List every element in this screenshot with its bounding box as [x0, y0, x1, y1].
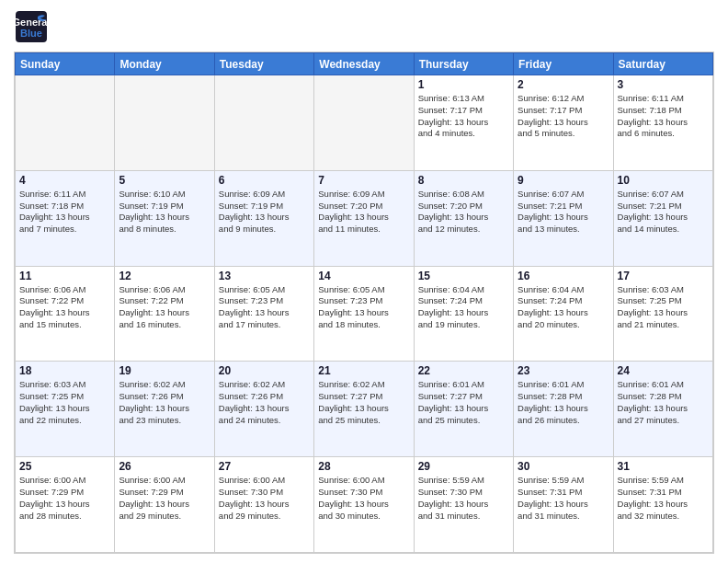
calendar-cell: 14Sunrise: 6:05 AM Sunset: 7:23 PM Dayli… [314, 266, 414, 362]
day-number: 29 [418, 460, 509, 473]
day-info: Sunrise: 6:04 AM Sunset: 7:24 PM Dayligh… [418, 284, 509, 331]
day-number: 23 [518, 364, 609, 377]
day-number: 4 [19, 174, 110, 187]
day-info: Sunrise: 5:59 AM Sunset: 7:31 PM Dayligh… [518, 475, 609, 522]
day-info: Sunrise: 5:59 AM Sunset: 7:30 PM Dayligh… [418, 475, 509, 522]
calendar-cell: 31Sunrise: 5:59 AM Sunset: 7:31 PM Dayli… [613, 457, 712, 553]
calendar-cell: 3Sunrise: 6:11 AM Sunset: 7:18 PM Daylig… [613, 75, 712, 171]
calendar-cell: 2Sunrise: 6:12 AM Sunset: 7:17 PM Daylig… [514, 75, 613, 171]
day-number: 30 [518, 460, 609, 473]
day-info: Sunrise: 6:01 AM Sunset: 7:27 PM Dayligh… [418, 379, 509, 426]
day-number: 25 [19, 460, 110, 473]
day-info: Sunrise: 6:07 AM Sunset: 7:21 PM Dayligh… [618, 189, 709, 236]
day-header-friday: Friday [514, 53, 613, 75]
calendar-cell: 26Sunrise: 6:00 AM Sunset: 7:29 PM Dayli… [115, 457, 214, 553]
calendar-cell [16, 75, 115, 171]
calendar-cell: 28Sunrise: 6:00 AM Sunset: 7:30 PM Dayli… [314, 457, 414, 553]
calendar-cell: 27Sunrise: 6:00 AM Sunset: 7:30 PM Dayli… [214, 457, 313, 553]
day-info: Sunrise: 6:03 AM Sunset: 7:25 PM Dayligh… [19, 379, 110, 426]
day-info: Sunrise: 6:01 AM Sunset: 7:28 PM Dayligh… [618, 379, 709, 426]
calendar-cell: 12Sunrise: 6:06 AM Sunset: 7:22 PM Dayli… [115, 266, 214, 362]
day-number: 15 [418, 270, 509, 282]
day-info: Sunrise: 6:04 AM Sunset: 7:24 PM Dayligh… [518, 284, 609, 331]
calendar-cell [214, 75, 313, 171]
day-number: 1 [418, 78, 509, 91]
day-number: 8 [418, 174, 509, 187]
day-number: 14 [318, 270, 409, 282]
day-info: Sunrise: 6:10 AM Sunset: 7:19 PM Dayligh… [119, 189, 210, 236]
calendar-cell: 7Sunrise: 6:09 AM Sunset: 7:20 PM Daylig… [314, 170, 414, 266]
day-header-saturday: Saturday [613, 53, 712, 75]
day-info: Sunrise: 6:06 AM Sunset: 7:22 PM Dayligh… [119, 284, 210, 331]
day-info: Sunrise: 6:12 AM Sunset: 7:17 PM Dayligh… [518, 93, 609, 140]
day-info: Sunrise: 6:11 AM Sunset: 7:18 PM Dayligh… [19, 189, 110, 236]
day-number: 2 [518, 78, 609, 91]
svg-text:Blue: Blue [20, 28, 42, 39]
calendar-cell: 20Sunrise: 6:02 AM Sunset: 7:26 PM Dayli… [214, 362, 313, 457]
calendar-cell: 10Sunrise: 6:07 AM Sunset: 7:21 PM Dayli… [613, 170, 712, 266]
calendar-cell: 29Sunrise: 5:59 AM Sunset: 7:30 PM Dayli… [414, 457, 513, 553]
calendar-cell: 13Sunrise: 6:05 AM Sunset: 7:23 PM Dayli… [214, 266, 313, 362]
day-number: 6 [219, 174, 310, 187]
day-header-wednesday: Wednesday [314, 53, 414, 75]
day-number: 12 [119, 270, 210, 282]
calendar-cell: 15Sunrise: 6:04 AM Sunset: 7:24 PM Dayli… [414, 266, 513, 362]
day-number: 20 [219, 364, 310, 377]
logo: General Blue [14, 9, 49, 44]
calendar-cell: 19Sunrise: 6:02 AM Sunset: 7:26 PM Dayli… [115, 362, 214, 457]
calendar-cell: 18Sunrise: 6:03 AM Sunset: 7:25 PM Dayli… [16, 362, 115, 457]
day-number: 19 [119, 364, 210, 377]
calendar-cell: 1Sunrise: 6:13 AM Sunset: 7:17 PM Daylig… [414, 75, 513, 171]
day-number: 13 [219, 270, 310, 282]
day-number: 31 [618, 460, 709, 473]
day-info: Sunrise: 6:08 AM Sunset: 7:20 PM Dayligh… [418, 189, 509, 236]
day-number: 28 [318, 460, 409, 473]
day-info: Sunrise: 6:03 AM Sunset: 7:25 PM Dayligh… [618, 284, 709, 331]
day-info: Sunrise: 6:00 AM Sunset: 7:29 PM Dayligh… [19, 475, 110, 522]
day-info: Sunrise: 6:02 AM Sunset: 7:26 PM Dayligh… [119, 379, 210, 426]
day-info: Sunrise: 6:00 AM Sunset: 7:30 PM Dayligh… [219, 475, 310, 522]
day-info: Sunrise: 6:05 AM Sunset: 7:23 PM Dayligh… [219, 284, 310, 331]
calendar-cell [314, 75, 414, 171]
day-info: Sunrise: 6:07 AM Sunset: 7:21 PM Dayligh… [518, 189, 609, 236]
day-info: Sunrise: 6:06 AM Sunset: 7:22 PM Dayligh… [19, 284, 110, 331]
calendar-cell: 11Sunrise: 6:06 AM Sunset: 7:22 PM Dayli… [16, 266, 115, 362]
calendar-cell: 9Sunrise: 6:07 AM Sunset: 7:21 PM Daylig… [514, 170, 613, 266]
day-header-tuesday: Tuesday [214, 53, 313, 75]
calendar-cell: 25Sunrise: 6:00 AM Sunset: 7:29 PM Dayli… [16, 457, 115, 553]
day-number: 22 [418, 364, 509, 377]
day-number: 3 [618, 78, 709, 91]
day-number: 16 [518, 270, 609, 282]
calendar-cell: 5Sunrise: 6:10 AM Sunset: 7:19 PM Daylig… [115, 170, 214, 266]
day-info: Sunrise: 6:09 AM Sunset: 7:20 PM Dayligh… [318, 189, 409, 236]
day-info: Sunrise: 6:02 AM Sunset: 7:27 PM Dayligh… [318, 379, 409, 426]
calendar-cell: 16Sunrise: 6:04 AM Sunset: 7:24 PM Dayli… [514, 266, 613, 362]
day-number: 27 [219, 460, 310, 473]
day-number: 26 [119, 460, 210, 473]
day-number: 10 [618, 174, 709, 187]
header: General Blue [14, 9, 714, 44]
calendar: SundayMondayTuesdayWednesdayThursdayFrid… [14, 52, 714, 554]
calendar-cell: 4Sunrise: 6:11 AM Sunset: 7:18 PM Daylig… [16, 170, 115, 266]
day-info: Sunrise: 6:11 AM Sunset: 7:18 PM Dayligh… [618, 93, 709, 140]
day-info: Sunrise: 6:13 AM Sunset: 7:17 PM Dayligh… [418, 93, 509, 140]
logo-icon: General Blue [14, 9, 49, 44]
calendar-cell: 30Sunrise: 5:59 AM Sunset: 7:31 PM Dayli… [514, 457, 613, 553]
day-number: 21 [318, 364, 409, 377]
day-number: 17 [618, 270, 709, 282]
day-info: Sunrise: 6:09 AM Sunset: 7:19 PM Dayligh… [219, 189, 310, 236]
day-header-monday: Monday [115, 53, 214, 75]
day-number: 24 [618, 364, 709, 377]
calendar-cell [115, 75, 214, 171]
day-info: Sunrise: 5:59 AM Sunset: 7:31 PM Dayligh… [618, 475, 709, 522]
day-info: Sunrise: 6:05 AM Sunset: 7:23 PM Dayligh… [318, 284, 409, 331]
day-number: 7 [318, 174, 409, 187]
calendar-cell: 17Sunrise: 6:03 AM Sunset: 7:25 PM Dayli… [613, 266, 712, 362]
day-info: Sunrise: 6:02 AM Sunset: 7:26 PM Dayligh… [219, 379, 310, 426]
day-info: Sunrise: 6:00 AM Sunset: 7:29 PM Dayligh… [119, 475, 210, 522]
page: General Blue SundayMondayTuesdayWednesda… [0, 0, 728, 563]
calendar-cell: 6Sunrise: 6:09 AM Sunset: 7:19 PM Daylig… [214, 170, 313, 266]
day-number: 5 [119, 174, 210, 187]
day-header-sunday: Sunday [16, 53, 115, 75]
day-number: 11 [19, 270, 110, 282]
